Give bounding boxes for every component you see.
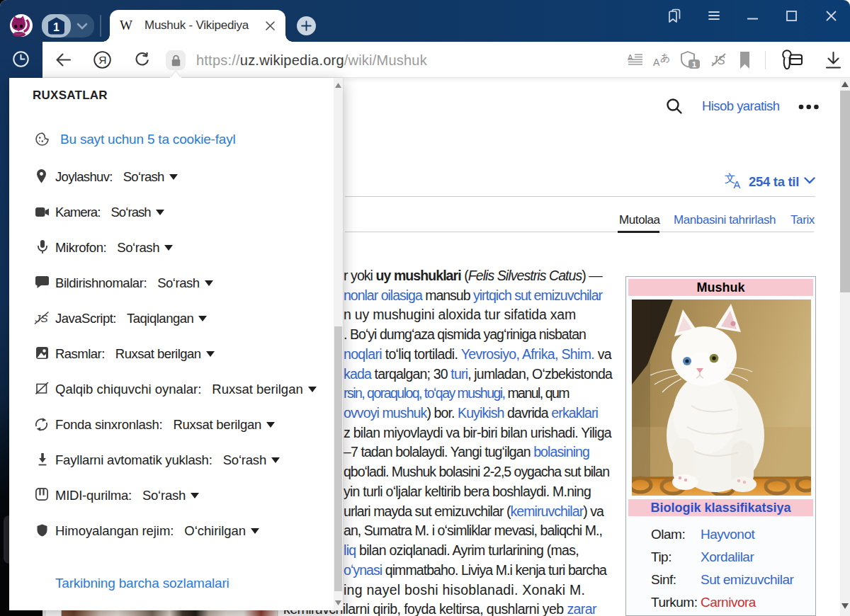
- svg-text:あ: あ: [660, 52, 670, 63]
- svg-text:1: 1: [692, 60, 696, 69]
- svg-text:A: A: [653, 57, 660, 68]
- svg-text:Я: Я: [98, 54, 106, 66]
- svg-text:A: A: [734, 179, 741, 189]
- svg-text:1: 1: [53, 21, 60, 33]
- svg-text:A: A: [628, 53, 633, 62]
- svg-text:W: W: [120, 18, 132, 33]
